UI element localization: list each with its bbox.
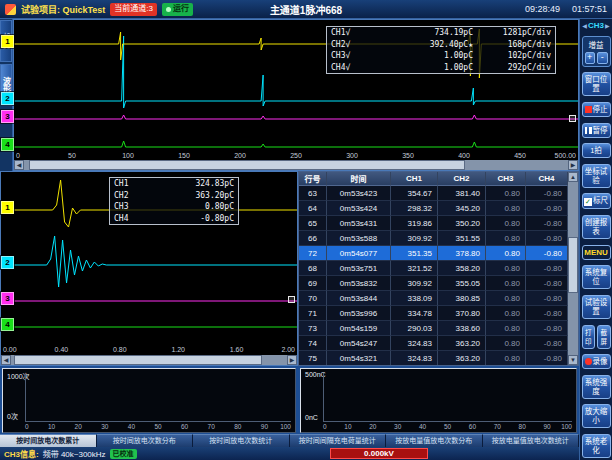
table-cell: -0.80 [526, 276, 568, 291]
table-cell: 0m53s424 [327, 201, 391, 216]
level-marker-icon[interactable] [288, 296, 295, 303]
axis-tick: 500.00 [555, 152, 576, 159]
channel-tab-1[interactable]: 1 [1, 35, 14, 48]
scroll-right-icon[interactable]: ▶ [568, 160, 578, 170]
pulse-scope[interactable]: CH1324.83pCCH2363.20pCCH30.80pCCH4-0.80p… [0, 171, 298, 366]
table-row[interactable]: 660m53s588309.92351.550.80-0.80 [299, 231, 568, 246]
count-histogram-panel[interactable]: 1000次 0次 0102030405060708090100 [2, 368, 296, 433]
scroll-right-icon[interactable]: ▶ [287, 355, 297, 365]
trace-ch2 [1, 236, 297, 287]
channel-tab-4[interactable]: 4 [1, 318, 14, 331]
channel-tab-2[interactable]: 2 [1, 256, 14, 269]
table-row[interactable]: 690m53s832309.92355.050.80-0.80 [299, 276, 568, 291]
print-button[interactable]: 打印 [582, 325, 596, 349]
scrollbar-thumb[interactable] [29, 160, 464, 170]
analysis-tab[interactable]: 按放电量值放电次数分布 [386, 434, 483, 447]
analysis-tab[interactable]: 按时间放电次数累计 [0, 434, 97, 447]
system-reset-button[interactable]: 系统复位 [582, 265, 611, 289]
scroll-down-icon[interactable]: ▼ [568, 355, 578, 365]
charge-histogram-panel[interactable]: 500nC 0nC 0102030405060708090100 [300, 368, 577, 433]
analysis-tab[interactable]: 按时间放电次数分布 [97, 434, 194, 447]
table-cell: 324.83 [391, 336, 438, 351]
window-position-button[interactable]: 窗口位置 [582, 72, 611, 96]
table-row[interactable]: 730m54s159290.03338.600.80-0.80 [299, 321, 568, 336]
axis-tick: 40 [128, 423, 135, 430]
gain-minus-button[interactable]: - [597, 52, 608, 64]
level-marker-icon[interactable] [569, 115, 576, 122]
system-strength-button[interactable]: 系统强度 [582, 375, 611, 399]
single-shot-button[interactable]: 1拍 [582, 143, 611, 158]
table-cell: 0.80 [486, 321, 526, 336]
gain-plus-button[interactable]: + [585, 52, 596, 64]
table-header-cell: CH1 [391, 172, 438, 186]
scroll-up-icon[interactable]: ▲ [568, 172, 578, 182]
table-row[interactable]: 750m54s321324.83363.200.80-0.80 [299, 351, 568, 365]
analysis-tab[interactable]: 按时间间隔充电荷量统计 [290, 434, 387, 447]
record-button[interactable]: 录像 [582, 354, 611, 369]
ruler-toggle[interactable]: ✓标尺 [582, 193, 611, 209]
stop-button[interactable]: 停止 [582, 102, 611, 117]
table-cell: 0.80 [486, 261, 526, 276]
channel-tab-1[interactable]: 1 [1, 201, 14, 214]
axis-tick: 0.40 [55, 346, 69, 353]
channel-tab-2[interactable]: 2 [1, 92, 14, 105]
axis-tick: 0 [25, 423, 29, 430]
checkbox-checked-icon: ✓ [584, 198, 592, 206]
legend-channel: CH1 [114, 178, 142, 190]
table-row[interactable]: 740m54s247324.83363.200.80-0.80 [299, 336, 568, 351]
create-report-button[interactable]: 创建报表 [582, 215, 611, 239]
run-status-label: 运行 [173, 3, 189, 15]
channel-tab-3[interactable]: 3 [1, 110, 14, 123]
axis-tick: 1.20 [171, 346, 185, 353]
axis-tick: 350 [402, 152, 414, 159]
menu-button[interactable]: MENU [582, 245, 611, 260]
pause-button[interactable]: 暂停 [582, 123, 611, 138]
table-cell: 338.09 [391, 291, 438, 306]
analysis-tab[interactable]: 按放电量值放电次数统计 [483, 434, 580, 447]
table-cell: -0.80 [526, 231, 568, 246]
table-cell: 378.80 [438, 246, 486, 261]
axis-tick: 60 [469, 423, 476, 430]
run-indicator-icon [166, 7, 171, 12]
scrollbar-thumb[interactable] [14, 355, 262, 365]
table-row[interactable]: 680m53s751321.52358.200.80-0.80 [299, 261, 568, 276]
table-row[interactable]: 650m53s431319.86350.200.80-0.80 [299, 216, 568, 231]
record-icon [585, 358, 592, 365]
axis-tick: 10 [344, 423, 351, 430]
overview-scope[interactable]: CH1√734.19pC1281pC/divCH2√392.40pC★168pC… [13, 19, 579, 171]
axis-tick: 20 [75, 423, 82, 430]
test-settings-button[interactable]: 试验设置 [582, 295, 611, 319]
table-row[interactable]: 710m53s996334.78370.800.80-0.80 [299, 306, 568, 321]
table-row[interactable]: 630m53s423354.67381.400.80-0.80 [299, 186, 568, 201]
gain-label: 增益 [585, 39, 608, 50]
overview-hscrollbar[interactable]: ◀ ▶ [14, 160, 578, 170]
scrollbar-track[interactable] [11, 355, 287, 365]
channel-next-icon[interactable]: ▶ [605, 22, 610, 29]
scrollbar-thumb[interactable] [568, 237, 578, 292]
scrollbar-track[interactable] [24, 160, 568, 170]
table-row[interactable]: 700m53s844338.09380.850.80-0.80 [299, 291, 568, 306]
table-row[interactable]: 720m54s077351.35378.800.80-0.80 [299, 246, 568, 261]
table-body: 630m53s423354.67381.400.80-0.80640m53s42… [299, 186, 568, 365]
table-cell: -0.80 [526, 306, 568, 321]
zoom-button[interactable]: 放大缩小 [582, 404, 611, 428]
pulse-hscrollbar[interactable]: ◀ ▶ [1, 355, 297, 365]
legend-channel: CH3 [114, 201, 142, 213]
scroll-left-icon[interactable]: ◀ [14, 160, 24, 170]
channel-prev-icon[interactable]: ◀ [582, 22, 587, 29]
coordinate-test-button[interactable]: 坐标试验 [582, 164, 611, 188]
channel-selector[interactable]: ◀ CH3 ▶ [582, 21, 609, 30]
histogram-x-axis: 0102030405060708090100 [323, 423, 572, 431]
pulse-plot: CH1324.83pCCH2363.20pCCH30.80pCCH4-0.80p… [1, 172, 297, 346]
legend-row: CH4√1.00pC292pC/div [327, 62, 555, 74]
axis-tick: 70 [494, 423, 501, 430]
system-aging-button[interactable]: 系统老化 [582, 434, 611, 458]
table-vscrollbar[interactable]: ▲ ▼ [568, 172, 578, 365]
table-header-cell: CH2 [438, 172, 486, 186]
scrollbar-track[interactable] [568, 182, 578, 355]
channel-tab-3[interactable]: 3 [1, 292, 14, 305]
screenshot-button[interactable]: 截屏 [597, 325, 611, 349]
channel-tab-4[interactable]: 4 [1, 138, 14, 151]
table-row[interactable]: 640m53s424298.32345.200.80-0.80 [299, 201, 568, 216]
analysis-tab[interactable]: 按时间放电次数统计 [193, 434, 290, 447]
